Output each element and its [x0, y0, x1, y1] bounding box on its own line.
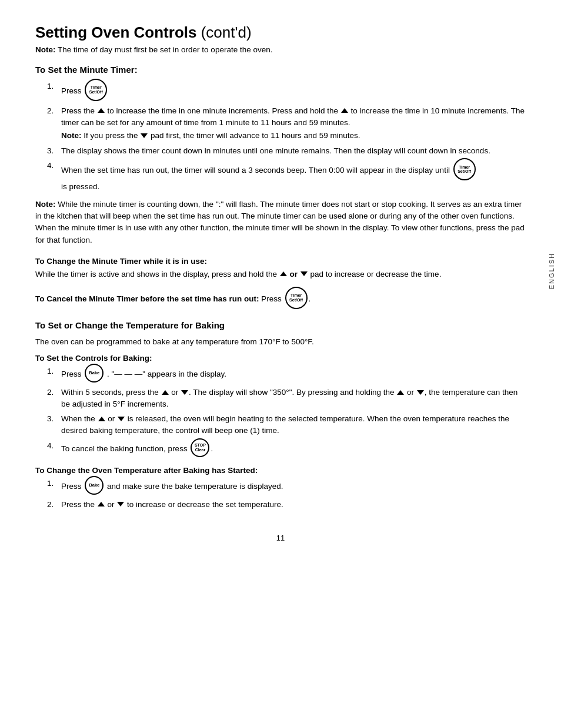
page-title: Setting Oven Controls (cont'd) [35, 24, 526, 42]
minute-timer-title: To Set the Minute Timer: [35, 65, 526, 75]
arrow-up-icon-5 [397, 390, 404, 395]
bake-button-2: Bake [85, 476, 103, 495]
arrow-down-icon-2 [300, 271, 308, 276]
note-text: The time of day must first be set in ord… [58, 45, 272, 54]
stop-clear-button: STOPClear [191, 438, 209, 457]
arrow-up-icon [98, 108, 105, 113]
minute-timer-steps: 1. Press TimerSet/Off 2. Press the to in… [47, 80, 526, 193]
page-content: Setting Oven Controls (cont'd) Note: The… [0, 0, 561, 578]
bake-button-1: Bake [85, 364, 103, 383]
bake-step-4: 4. To cancel the baking function, press … [47, 440, 526, 458]
arrow-down-icon-6 [117, 502, 124, 506]
baking-steps: 1. Press Bake . "— — —" appears in the d… [47, 365, 526, 457]
change-timer-text: While the timer is active and shows in t… [35, 269, 526, 280]
title-text: Setting Oven Controls [35, 24, 196, 41]
side-english-label: ENGLISH [548, 253, 555, 289]
arrow-down-icon-3 [181, 390, 188, 395]
arrow-up-icon-7 [98, 502, 105, 506]
arrow-up-icon-6 [98, 417, 105, 421]
timer-setoff-button-2: TimerSet/Off [453, 158, 476, 180]
change-timer-section: To Change the Minute Timer while it is i… [35, 257, 526, 280]
title-suffix: (cont'd) [201, 24, 252, 41]
step-4: 4. When the set time has run out, the ti… [47, 160, 526, 193]
timer-setoff-button-3: TimerSet/Off [285, 287, 308, 309]
cancel-timer-section: To Cancel the Minute Timer before the se… [35, 288, 526, 310]
baking-title: To Set or Change the Temperature for Bak… [35, 320, 526, 330]
step-1: 1. Press TimerSet/Off [47, 80, 526, 102]
minute-timer-section: To Set the Minute Timer: 1. Press TimerS… [35, 65, 526, 246]
baking-subtitle: The oven can be programmed to bake at an… [35, 336, 526, 348]
change-baking-title: To Change the Oven Temperature after Bak… [35, 466, 526, 475]
timer-setoff-button-1: TimerSet/Off [85, 79, 107, 101]
cancel-timer-text: To Cancel the Minute Timer before the se… [35, 288, 526, 310]
change-timer-title: To Change the Minute Timer while it is i… [35, 257, 526, 266]
change-baking-steps: 1. Press Bake and make sure the bake tem… [47, 478, 526, 511]
bake-step-1: 1. Press Bake . "— — —" appears in the d… [47, 365, 526, 383]
arrow-down-icon-5 [118, 417, 125, 421]
change-bake-step-1: 1. Press Bake and make sure the bake tem… [47, 478, 526, 495]
intro-note: Note: The time of day must first be set … [35, 45, 526, 54]
minute-timer-body-note: Note: While the minute timer is counting… [35, 199, 526, 246]
change-bake-step-2: 2. Press the or to increase or decrease … [47, 499, 526, 511]
page-number: 11 [35, 534, 526, 542]
change-baking-temp-section: To Change the Oven Temperature after Bak… [35, 466, 526, 511]
arrow-up-icon-4 [162, 390, 169, 395]
arrow-down-icon-4 [417, 390, 424, 395]
bake-step-2: 2. Within 5 seconds, press the or . The … [47, 387, 526, 410]
set-controls-title: To Set the Controls for Baking: [35, 354, 526, 363]
step-3: 3. The display shows the timer count dow… [47, 145, 526, 157]
arrow-up-icon-3 [280, 271, 287, 276]
baking-section: To Set or Change the Temperature for Bak… [35, 320, 526, 510]
arrow-down-icon [141, 133, 148, 138]
step2-note: Note: If you press the pad first, the ti… [61, 130, 526, 142]
step-2: 2. Press the to increase the time in one… [47, 105, 526, 142]
side-label-text: ENGLISH [548, 253, 555, 289]
arrow-up-icon-2 [341, 108, 348, 113]
set-controls-baking: To Set the Controls for Baking: 1. Press… [35, 354, 526, 457]
bake-step-3: 3. When the or is released, the oven wil… [47, 413, 526, 436]
